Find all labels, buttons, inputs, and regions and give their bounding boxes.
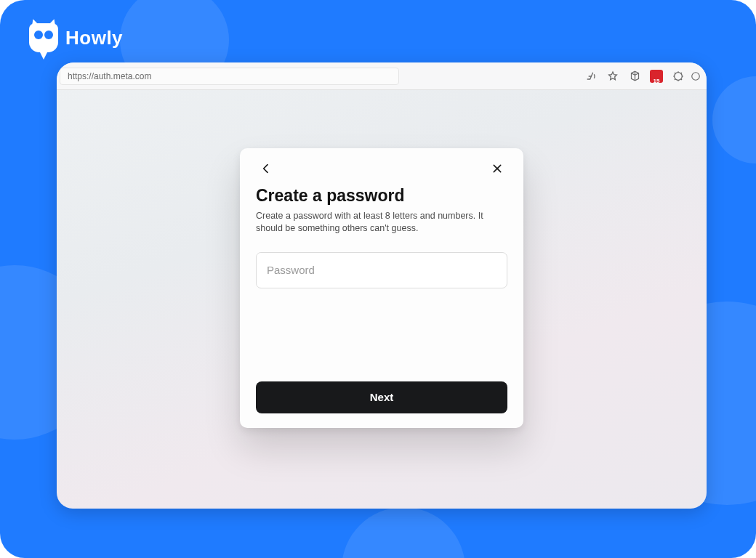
read-aloud-icon[interactable] [582,67,600,86]
extension-badge-count: 15 [647,78,666,84]
svg-point-1 [692,72,700,80]
svg-point-0 [675,72,683,80]
password-input[interactable] [256,252,507,288]
create-password-dialog: Create a password Create a password with… [240,148,523,428]
url-text: https://auth.meta.com [68,71,151,81]
address-bar: https://auth.meta.com 15 [57,62,707,90]
dialog-subtitle: Create a password with at least 8 letter… [256,210,507,235]
decor-bubble [342,507,465,558]
browser-window: https://auth.meta.com 15 [57,62,707,509]
dialog-title: Create a password [256,186,507,206]
decor-bubble [712,76,756,163]
close-button[interactable] [487,158,507,179]
settings-icon[interactable] [669,67,688,86]
shopping-extension-icon[interactable]: 15 [647,67,666,86]
owl-icon [29,23,58,52]
star-icon[interactable] [603,67,622,86]
cube-icon[interactable] [625,67,644,86]
more-icon[interactable] [691,67,701,86]
next-button[interactable]: Next [256,381,507,413]
back-button[interactable] [256,158,276,179]
howly-logo: Howly [29,23,123,52]
stage: Howly https://auth.meta.com [0,0,756,558]
url-field[interactable]: https://auth.meta.com [60,68,399,85]
howly-wordmark: Howly [65,27,123,49]
